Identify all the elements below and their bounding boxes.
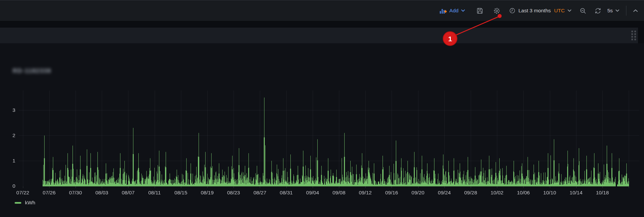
y-tick-label: 0 [0,183,15,189]
x-tick-label: 10/10 [543,190,556,196]
x-tick-label: 09/24 [438,190,451,196]
x-tick-label: 09/08 [332,190,345,196]
timeseries-chart[interactable] [0,0,644,217]
x-tick-label: 09/12 [359,190,372,196]
x-tick-label: 08/03 [95,190,108,196]
x-tick-label: 08/31 [280,190,293,196]
x-tick-label: 08/07 [122,190,135,196]
x-tick-label: 07/26 [43,190,56,196]
legend-label: kWh [25,200,35,206]
x-tick-label: 08/19 [201,190,214,196]
y-tick-label: 2 [0,132,15,138]
x-tick-label: 07/22 [16,190,29,196]
x-tick-label: 08/23 [227,190,240,196]
legend-item-kwh[interactable]: kWh [15,200,35,206]
x-tick-label: 09/04 [306,190,319,196]
x-tick-label: 10/14 [569,190,582,196]
x-tick-label: 08/27 [253,190,266,196]
x-tick-label: 09/28 [464,190,477,196]
x-tick-label: 09/16 [385,190,398,196]
x-tick-label: 08/11 [148,190,161,196]
y-tick-label: 3 [0,107,15,113]
x-tick-label: 07/30 [69,190,82,196]
y-tick-label: 1 [0,158,15,164]
x-tick-label: 09/20 [411,190,424,196]
legend-swatch [15,202,21,204]
x-tick-label: 08/15 [174,190,187,196]
x-tick-label: 10/18 [596,190,609,196]
grafana-dashboard: Add [0,0,644,217]
x-tick-label: 10/02 [491,190,504,196]
x-tick-label: 10/06 [517,190,530,196]
